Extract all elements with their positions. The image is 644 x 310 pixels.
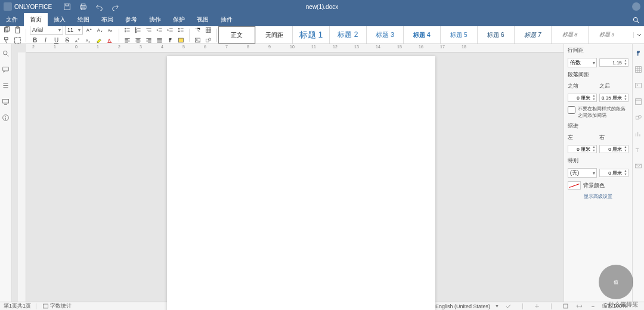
change-case-icon[interactable]: Aa xyxy=(106,26,115,35)
image-tab-icon[interactable] xyxy=(634,81,643,90)
zoom-label[interactable]: 缩放100% xyxy=(602,302,627,310)
clear-style-icon[interactable] xyxy=(193,26,202,35)
menu-7[interactable]: 保护 xyxy=(167,13,191,26)
styles-more-button[interactable] xyxy=(633,32,644,38)
search-icon[interactable] xyxy=(631,16,640,24)
wordcount-label[interactable]: 字数统计 xyxy=(50,302,72,310)
superscript-icon[interactable]: A2 xyxy=(73,36,82,45)
menu-0[interactable]: 文件 xyxy=(0,13,24,26)
format-painter-icon[interactable] xyxy=(2,36,11,45)
multilevel-icon[interactable] xyxy=(144,26,153,35)
language-label[interactable]: English (United States) xyxy=(435,303,490,309)
special-value[interactable]: ▲▼ xyxy=(599,169,628,177)
line-spacing-mode[interactable]: ▼ xyxy=(568,58,597,67)
print-icon[interactable] xyxy=(79,2,88,11)
line-spacing-value[interactable]: ▲▼ xyxy=(599,58,628,67)
font-color-icon[interactable]: A xyxy=(106,36,114,45)
menu-1[interactable]: 首页 xyxy=(24,13,48,26)
decrease-indent-icon[interactable] xyxy=(155,26,164,35)
spacing-after[interactable]: ▲▼ xyxy=(599,94,628,102)
feedback-icon[interactable] xyxy=(1,97,10,106)
page-count[interactable]: 第1页共1页 xyxy=(4,302,31,310)
highlight-icon[interactable] xyxy=(95,36,104,45)
page[interactable] xyxy=(167,56,435,310)
menu-3[interactable]: 绘图 xyxy=(72,13,95,26)
show-advanced-link[interactable]: 显示高级设置 xyxy=(568,193,628,200)
copy-icon[interactable] xyxy=(2,26,11,35)
paragraph-tab-icon[interactable] xyxy=(634,49,643,58)
align-center-icon[interactable] xyxy=(134,36,143,45)
save-icon[interactable] xyxy=(63,2,72,11)
increase-font-icon[interactable]: A▲ xyxy=(85,26,94,35)
subscript-icon[interactable]: A2 xyxy=(84,36,93,45)
style-5[interactable]: 标题 4 xyxy=(403,26,440,44)
spellcheck-icon[interactable] xyxy=(504,302,513,310)
increase-indent-icon[interactable] xyxy=(166,26,175,35)
align-right-icon[interactable] xyxy=(144,36,153,45)
style-1[interactable]: 无间距 xyxy=(255,26,292,44)
zoom-out-icon[interactable]: − xyxy=(589,302,597,310)
wordcount-icon[interactable] xyxy=(41,302,50,310)
spacing-before[interactable]: ▲▼ xyxy=(568,94,597,102)
font-size-combo[interactable]: ▼ xyxy=(65,25,83,35)
decrease-font-icon[interactable]: A▼ xyxy=(95,26,104,35)
underline-icon[interactable]: U xyxy=(52,36,61,45)
textart-tab-icon[interactable]: T xyxy=(634,145,643,154)
menu-8[interactable]: 视图 xyxy=(191,13,215,26)
style-10[interactable]: 标题 9 xyxy=(588,26,625,44)
insert-image-icon[interactable] xyxy=(193,36,202,45)
bg-color-swatch[interactable] xyxy=(568,181,581,190)
menu-9[interactable]: 插件 xyxy=(215,13,239,26)
horizontal-ruler[interactable]: 210123456789101112131415161718 xyxy=(26,44,564,52)
strike-icon[interactable]: S xyxy=(63,36,72,45)
insert-table-icon[interactable] xyxy=(204,26,213,35)
paste-icon[interactable] xyxy=(13,26,22,35)
italic-icon[interactable]: I xyxy=(41,36,50,45)
style-2[interactable]: 标题 1 xyxy=(292,26,329,44)
style-7[interactable]: 标题 6 xyxy=(477,26,514,44)
align-justify-icon[interactable] xyxy=(155,36,164,45)
shading-icon[interactable] xyxy=(177,36,185,45)
menu-2[interactable]: 插入 xyxy=(48,13,72,26)
style-0[interactable]: 正文 xyxy=(218,26,255,44)
style-6[interactable]: 标题 5 xyxy=(440,26,477,44)
nonprinting-icon[interactable] xyxy=(166,36,175,45)
canvas[interactable]: 210123456789101112131415161718 xyxy=(12,44,564,302)
undo-icon[interactable] xyxy=(95,2,104,11)
font-name-combo[interactable]: ▼ xyxy=(30,25,63,35)
numbering-icon[interactable]: 123 xyxy=(134,26,143,35)
indent-right[interactable]: ▲▼ xyxy=(599,145,628,153)
menu-6[interactable]: 协作 xyxy=(143,13,167,26)
style-9[interactable]: 标题 8 xyxy=(551,26,588,44)
comments-icon[interactable] xyxy=(1,65,10,74)
line-spacing-icon[interactable] xyxy=(177,26,185,35)
style-3[interactable]: 标题 2 xyxy=(329,26,366,44)
insert-shape-icon[interactable] xyxy=(204,36,213,45)
fit-width-icon[interactable] xyxy=(575,302,584,310)
about-icon[interactable] xyxy=(1,113,10,122)
user-avatar-icon[interactable] xyxy=(632,2,640,11)
headings-icon[interactable] xyxy=(1,81,10,90)
style-8[interactable]: 标题 7 xyxy=(514,26,551,44)
shape-tab-icon[interactable] xyxy=(634,113,643,122)
track-changes-icon[interactable] xyxy=(532,302,541,310)
indent-left[interactable]: ▲▼ xyxy=(568,145,597,153)
special-mode[interactable]: ▼ xyxy=(568,168,597,178)
header-tab-icon[interactable] xyxy=(634,97,643,106)
chart-tab-icon[interactable] xyxy=(634,129,643,138)
redo-icon[interactable] xyxy=(111,2,120,11)
no-space-same-style[interactable]: 不要在相同样式的段落之间添加间隔 xyxy=(568,106,628,119)
fit-page-icon[interactable] xyxy=(561,302,570,310)
style-4[interactable]: 标题 3 xyxy=(366,26,403,44)
table-tab-icon[interactable] xyxy=(634,65,643,74)
mail-tab-icon[interactable] xyxy=(634,162,643,170)
select-all-icon[interactable] xyxy=(13,36,22,45)
bullets-icon[interactable] xyxy=(123,26,132,35)
vertical-ruler[interactable] xyxy=(18,52,26,302)
zoom-in-icon[interactable]: + xyxy=(631,302,640,310)
menu-5[interactable]: 参考 xyxy=(119,13,143,26)
align-left-icon[interactable] xyxy=(123,36,132,45)
menu-4[interactable]: 布局 xyxy=(95,13,119,26)
find-icon[interactable] xyxy=(1,49,10,58)
bold-icon[interactable]: B xyxy=(30,36,39,45)
